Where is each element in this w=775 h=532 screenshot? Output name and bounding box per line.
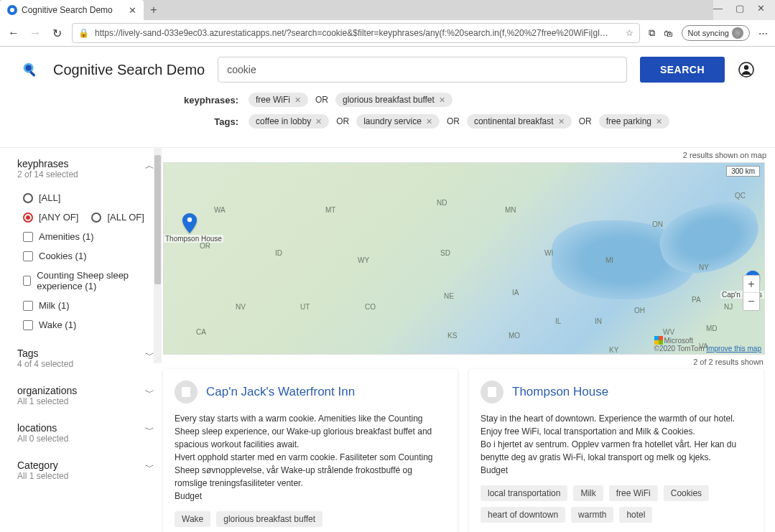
chip-remove-icon[interactable]: ✕ <box>439 95 445 105</box>
checkbox-icon <box>23 232 33 242</box>
window-minimize-icon[interactable]: — <box>713 3 723 20</box>
result-tag[interactable]: Cookies <box>664 485 709 501</box>
back-button[interactable]: ← <box>7 27 20 39</box>
browser-chrome: Cognitive Search Demo ✕ + — ▢ ✕ ← → ↻ 🔒 … <box>0 0 775 47</box>
filter-chip[interactable]: glorious breakfast buffet✕ <box>335 93 453 107</box>
svg-point-1 <box>26 65 32 71</box>
facet-organizations: organizationsAll 1 selected ﹀ <box>17 382 154 409</box>
scrollbar[interactable] <box>154 148 162 363</box>
card-body: Every stay starts with a warm cookie. Am… <box>175 412 446 503</box>
filter-chip[interactable]: coffee in lobby✕ <box>249 114 329 129</box>
facet-header[interactable]: organizationsAll 1 selected ﹀ <box>17 382 154 409</box>
facet-option[interactable]: Wake (1) <box>23 315 154 335</box>
facet-option[interactable]: Amenities (1) <box>23 227 154 246</box>
tab-bar: Cognitive Search Demo ✕ + <box>0 0 713 20</box>
search-input[interactable]: cookie <box>218 57 627 83</box>
map-state-label: IN <box>595 317 602 325</box>
map-state-label: UT <box>300 303 310 311</box>
window-close-icon[interactable]: ✕ <box>757 3 765 20</box>
browser-tab[interactable]: Cognitive Search Demo ✕ <box>0 0 144 20</box>
favicon-icon <box>7 5 17 15</box>
result-tag[interactable]: glorious breakfast buffet <box>216 511 322 527</box>
chip-remove-icon[interactable]: ✕ <box>294 95 301 105</box>
document-icon <box>175 381 198 403</box>
tab-close-icon[interactable]: ✕ <box>129 5 136 16</box>
result-tag[interactable]: heart of downtown <box>481 507 565 523</box>
chip-remove-icon[interactable]: ✕ <box>426 117 432 126</box>
zoom-out-button[interactable]: − <box>743 293 759 310</box>
more-icon[interactable]: ⋯ <box>758 28 768 39</box>
filter-chip[interactable]: continental breakfast✕ <box>467 114 572 129</box>
map-pin[interactable] <box>182 213 197 233</box>
zoom-in-button[interactable]: + <box>743 276 759 293</box>
result-tag[interactable]: Wake <box>175 511 210 527</box>
facet-title: keyphrases <box>17 158 78 169</box>
filter-chip[interactable]: laundry service✕ <box>356 114 440 129</box>
facet-mode-allof[interactable]: [ALL OF] <box>91 207 144 227</box>
new-tab-button[interactable]: + <box>144 4 164 17</box>
facet-mode-any[interactable]: [ANY OF] <box>23 207 78 227</box>
chip-remove-icon[interactable]: ✕ <box>315 117 322 126</box>
svg-point-5 <box>187 218 192 222</box>
checkbox-icon <box>23 320 33 330</box>
chip-remove-icon[interactable]: ✕ <box>558 117 565 126</box>
result-tag[interactable]: warmth <box>571 507 613 523</box>
facet-header[interactable]: keyphrases 2 of 14 selected ︿ <box>17 155 154 182</box>
map-state-label: NV <box>236 303 246 311</box>
checkbox-icon <box>23 276 31 286</box>
map-state-label: OH <box>634 307 645 314</box>
result-card[interactable]: Cap'n Jack's Waterfront Inn Every stay s… <box>163 369 458 532</box>
result-tag[interactable]: Milk <box>573 485 603 501</box>
facet-option[interactable]: Counting Sheep sleep experience (1) <box>23 266 154 296</box>
favorite-icon[interactable]: ☆ <box>626 28 634 38</box>
result-tag[interactable]: hotel <box>619 507 652 523</box>
card-title: Cap'n Jack's Waterfront Inn <box>206 385 355 399</box>
lock-icon: 🔒 <box>78 28 89 38</box>
shopping-icon[interactable]: 🛍 <box>664 28 673 39</box>
map-state-label: ON <box>652 220 663 228</box>
facet-header[interactable]: locationsAll 0 selected ﹀ <box>17 419 154 447</box>
radio-icon <box>23 193 33 203</box>
facet-mode-all[interactable]: [ALL] <box>23 188 154 207</box>
window-maximize-icon[interactable]: ▢ <box>735 3 744 20</box>
forward-button[interactable]: → <box>29 27 42 39</box>
sync-button[interactable]: Not syncing <box>682 25 750 41</box>
card-tags: Wakeglorious breakfast buffetCounting Sh… <box>175 511 446 532</box>
collections-icon[interactable]: ⧉ <box>649 27 655 39</box>
map-state-label: WY <box>358 256 369 264</box>
result-tag[interactable]: local transportation <box>481 485 567 501</box>
keyphrase-filters: keyphrases: free WiFi✕ OR glorious break… <box>181 93 755 107</box>
facet-subtitle: 2 of 14 selected <box>17 169 78 179</box>
map-zoom-controls: + − <box>743 275 760 311</box>
facet-header[interactable]: CategoryAll 1 selected ﹀ <box>17 457 154 484</box>
map-state-label: IA <box>512 289 519 297</box>
result-tag[interactable]: free WiFi <box>609 485 658 501</box>
filter-chip[interactable]: free WiFi✕ <box>249 93 308 107</box>
filter-chip[interactable]: free parking✕ <box>599 114 669 129</box>
scrollbar-thumb[interactable] <box>154 155 161 284</box>
chip-remove-icon[interactable]: ✕ <box>656 117 662 126</box>
url-field[interactable]: 🔒 https://lively-sand-033e9ec03.azuresta… <box>72 23 640 43</box>
radio-icon <box>23 213 33 223</box>
account-icon[interactable] <box>738 61 755 78</box>
map-state-label: PA <box>692 296 701 304</box>
result-card[interactable]: Thompson House Stay in the heart of down… <box>469 369 764 532</box>
or-label: OR <box>315 95 328 105</box>
facet-option[interactable]: Milk (1) <box>23 296 154 315</box>
map-state-label: IL <box>555 317 561 325</box>
search-button[interactable]: SEARCH <box>640 57 725 83</box>
map-state-label: WA <box>214 206 226 214</box>
map-state-label: KS <box>447 332 457 340</box>
svg-point-4 <box>744 65 748 70</box>
tags-label: Tags: <box>181 116 238 127</box>
or-label: OR <box>447 116 460 126</box>
refresh-button[interactable]: ↻ <box>50 27 63 40</box>
facet-option[interactable]: Cookies (1) <box>23 246 154 266</box>
improve-map-link[interactable]: Improve this map <box>706 345 761 353</box>
map[interactable]: WAMTNDMNORIDWYSDWIMINVUTCONEIAILINOHPANY… <box>163 162 765 355</box>
card-tags: local transportationMilkfree WiFiCookies… <box>481 485 752 523</box>
facet-header[interactable]: Tags4 of 4 selected ﹀ <box>17 345 154 372</box>
map-state-label: ID <box>275 249 282 257</box>
url-text: https://lively-sand-033e9ec03.azurestati… <box>95 28 620 38</box>
facet-keyphrases: keyphrases 2 of 14 selected ︿ [ALL] [ANY… <box>17 155 154 335</box>
